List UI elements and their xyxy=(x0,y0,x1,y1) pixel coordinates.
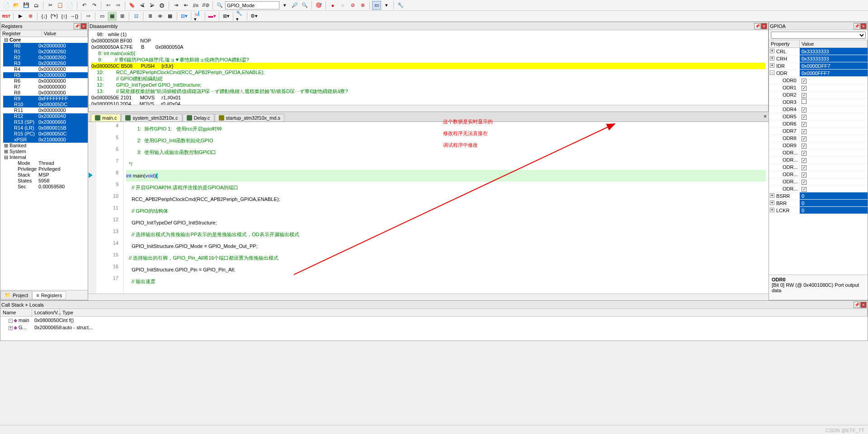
expand-icon[interactable]: + xyxy=(770,208,774,212)
tab-registers[interactable]: ≡ Registers xyxy=(32,291,66,299)
code-line[interactable]: // 选择输出模式为推挽输出PP表示的是推挽输出模式，OD表示开漏输出模式 xyxy=(126,229,766,240)
update-icon[interactable]: ⚙▾ xyxy=(250,12,259,21)
register-internal-row[interactable]: Sec0.00059580 xyxy=(3,184,88,190)
disasm-line[interactable]: 0x0800050A E7FE B 0x0800050A xyxy=(91,44,765,50)
checkbox[interactable]: ✓ xyxy=(802,122,807,127)
register-row[interactable]: R70x00000000 xyxy=(3,84,88,90)
gpio-property-row[interactable]: ODR8✓ xyxy=(769,135,868,142)
open-file-icon[interactable]: 📂 xyxy=(12,1,21,10)
register-row[interactable]: R100x080005DC xyxy=(3,102,88,107)
editor-tab[interactable]: Delay.c xyxy=(183,114,214,121)
disasm-line[interactable]: 0x08000508 BF00 NOP xyxy=(91,37,765,44)
code-line[interactable]: int main(void){ xyxy=(126,170,766,182)
expand-icon[interactable]: + xyxy=(770,56,774,61)
gpio-property-row[interactable]: ODR2✓ xyxy=(769,91,868,98)
register-row[interactable]: R90xFFFFFFFF xyxy=(3,96,88,102)
gpio-property-row[interactable]: ODR1✓ xyxy=(769,84,868,91)
gpio-property-row[interactable]: +BSRR0 xyxy=(769,192,868,200)
copy-icon[interactable]: 📋 xyxy=(56,1,65,10)
editor-hscroll[interactable] xyxy=(88,294,769,300)
gpio-header-prop[interactable]: Property xyxy=(769,40,800,47)
find-icon[interactable]: 🔍 xyxy=(215,1,224,10)
nav-fwd-icon[interactable]: ⇨ xyxy=(113,1,123,10)
gpio-property-row[interactable]: ODR...✓ xyxy=(769,185,868,192)
register-row[interactable]: R13 (SP)0x20000660 xyxy=(3,119,88,125)
gpio-property-row[interactable]: +LCKR0 xyxy=(769,207,868,214)
reg-internal-node[interactable]: ⊟ Internal xyxy=(3,154,88,160)
tab-project[interactable]: 📁 Project xyxy=(0,291,32,299)
new-file-icon[interactable]: 📄 xyxy=(2,1,11,10)
register-row[interactable]: R10x20000260 xyxy=(3,49,88,55)
gpio-select[interactable] xyxy=(771,32,866,39)
editor-tab[interactable]: main.c xyxy=(91,114,121,121)
gpio-property-row[interactable]: ODR0✓ xyxy=(769,77,868,84)
gpio-property-row[interactable]: ODR...✓ xyxy=(769,156,868,163)
register-internal-row[interactable]: States5958 xyxy=(3,178,88,184)
step-over-icon[interactable]: {↷} xyxy=(50,12,59,21)
cs-header-type[interactable]: Type xyxy=(60,309,868,316)
expand-icon[interactable]: + xyxy=(770,63,774,68)
gpio-header-val[interactable]: Value xyxy=(800,40,868,47)
registers-tree[interactable]: ⊟ Core R00x20000000R10x20000260R20x20000… xyxy=(0,37,88,290)
disasm-line[interactable]: 0x08000510 2004 MOVS r0,#0x04 xyxy=(91,101,765,105)
disasm-pin-icon[interactable]: 📌 xyxy=(754,23,760,29)
symbol-window-icon[interactable]: ⊞ xyxy=(118,12,127,21)
save-all-icon[interactable]: 🗂 xyxy=(32,1,41,10)
step-out-icon[interactable]: {↑} xyxy=(60,12,69,21)
checkbox[interactable]: ✓ xyxy=(802,180,807,185)
checkbox[interactable]: ✓ xyxy=(802,187,807,192)
editor-tab[interactable]: system_stm32f10x.c xyxy=(121,114,182,121)
checkbox[interactable]: ✓ xyxy=(802,158,807,163)
gpio-property-row[interactable]: ODR...✓ xyxy=(769,178,868,185)
gpio-property-row[interactable]: ODR...✓ xyxy=(769,163,868,171)
registers-pin-icon[interactable]: 📌 xyxy=(74,23,80,29)
paste-icon[interactable]: 📄 xyxy=(66,1,75,10)
show-next-icon[interactable]: ⇨ xyxy=(84,12,93,21)
checkbox[interactable]: ✓ xyxy=(802,173,807,177)
command-window-icon[interactable]: ▭ xyxy=(98,12,107,21)
serial-icon[interactable]: ⊟▾ xyxy=(179,12,189,21)
register-row[interactable]: R40x00000000 xyxy=(3,66,88,72)
disasm-hscroll[interactable] xyxy=(89,105,768,112)
breakpoint-kill-icon[interactable]: ⊘ xyxy=(348,1,357,10)
register-row[interactable]: R120x20000040 xyxy=(3,113,88,119)
disasm-line[interactable]: 13: // 閫夋嫨杈撳嚭妯″紡涓烘帹鎸借緭鍑篜P琛ㄧず鐨勬槸鎺ㄦ尳杈撳嚭妯″紡… xyxy=(91,88,765,94)
dropdown-icon[interactable]: ▾ xyxy=(382,1,391,10)
gpio-property-row[interactable]: +IDR0x0000DFF7 xyxy=(769,62,868,70)
gpio-pin-icon[interactable]: 📌 xyxy=(854,23,860,29)
disasm-line[interactable]: 0x0800050E 2101 MOVS r1,#0x01 xyxy=(91,94,765,101)
cs-header-name[interactable]: Name xyxy=(0,309,32,316)
checkbox[interactable]: ✓ xyxy=(802,86,807,91)
code-line[interactable]: // 开启GPIOA时钟,该程序连接的是GPIOA的端口 xyxy=(126,182,766,193)
nav-back-icon[interactable]: ⇦ xyxy=(104,1,113,10)
disasm-line[interactable]: 9: // 寮€鍚疓PIOA鏃堕挓,璇ョ▼搴忚繛鎺ョ殑鏄疓PIOA鐨勭鍙? xyxy=(91,56,765,63)
code-line[interactable]: // 输出速度 xyxy=(126,275,766,287)
disasm-line[interactable]: 8: int main(void){ xyxy=(91,50,765,56)
checkbox[interactable]: ✓ xyxy=(802,93,807,98)
expand-icon[interactable]: + xyxy=(770,201,774,205)
gpio-property-row[interactable]: ODR9✓ xyxy=(769,142,868,149)
reset-icon[interactable]: RST xyxy=(2,12,11,21)
configure-icon[interactable]: 🔧 xyxy=(396,1,405,10)
checkbox[interactable]: ✓ xyxy=(802,107,807,112)
find-in-files-icon[interactable]: 🔎 xyxy=(290,1,299,10)
register-row[interactable]: R60x00000000 xyxy=(3,78,88,84)
disasm-line[interactable]: 10: RCC_APB2PeriphClockCmd(RCC_APB2Perip… xyxy=(91,69,765,75)
code-line[interactable]: */ xyxy=(126,158,766,170)
register-row[interactable]: xPSR0x21000000 xyxy=(3,137,88,143)
reg-header-name[interactable]: Register xyxy=(0,30,42,37)
gpio-close-icon[interactable]: × xyxy=(860,23,867,29)
register-internal-row[interactable]: StackMSP xyxy=(3,172,88,178)
indent-icon[interactable]: ⇥ xyxy=(171,1,180,10)
search-dropdown-icon[interactable]: ▾ xyxy=(280,1,289,10)
stop-icon[interactable]: ⊗ xyxy=(26,12,35,21)
register-row[interactable]: R30x20000260 xyxy=(3,61,88,66)
disasm-close-icon[interactable]: × xyxy=(761,23,767,29)
uncomment-icon[interactable]: //⊘ xyxy=(201,1,210,10)
checkbox[interactable] xyxy=(802,99,807,104)
cut-icon[interactable]: ✂ xyxy=(46,1,55,10)
callstack-pin-icon[interactable]: 📌 xyxy=(854,302,860,308)
code-line[interactable]: GPIO_InitTypeDef GPIO_InitStructure; xyxy=(126,217,766,229)
checkbox[interactable]: ✓ xyxy=(802,79,807,84)
bookmark-icon[interactable]: 🔖 xyxy=(127,1,137,10)
